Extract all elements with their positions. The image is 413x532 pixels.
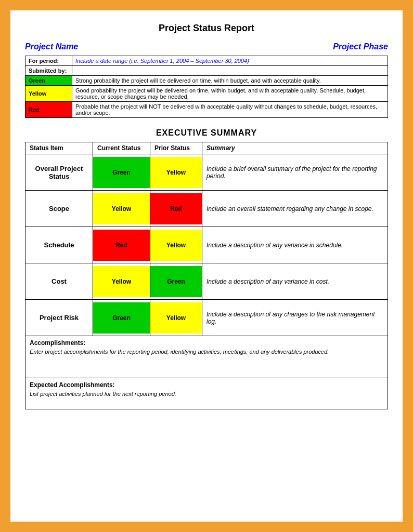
status-item-cell: Cost	[25, 263, 93, 300]
submitted-label: Submitted by:	[25, 66, 72, 76]
header-summary: Summary	[202, 142, 388, 154]
red-label: Red	[25, 102, 72, 118]
green-label: Green	[25, 76, 72, 86]
period-value: Include a date range (i.e. September 1, …	[72, 56, 388, 66]
expected-text: List project activities planned for the …	[30, 391, 383, 397]
accomplishments-title: Accomplishments:	[30, 339, 383, 347]
yellow-label: Yellow	[25, 86, 72, 102]
status-item-cell: Project Risk	[25, 300, 93, 336]
period-row: For period: Include a date range (i.e. S…	[25, 56, 388, 66]
exec-header-row: Status Item Current Status Prior Status …	[25, 142, 388, 154]
red-desc: Probable that the project will NOT be de…	[72, 102, 388, 118]
summary-cell: Include a description of any variance in…	[202, 263, 388, 300]
red-legend-row: Red Probable that the project will NOT b…	[25, 102, 388, 118]
current-status-cell: Red	[93, 227, 150, 263]
prior-status-cell: Yellow	[150, 300, 202, 336]
current-status-cell: Green	[93, 154, 150, 191]
prior-status-cell: Red	[150, 191, 202, 227]
green-legend-row: Green Strong probability the project wil…	[25, 76, 388, 86]
table-row: CostYellowGreenInclude a description of …	[25, 263, 388, 300]
status-item-cell: Schedule	[25, 227, 93, 263]
period-label: For period:	[25, 56, 72, 66]
yellow-desc: Good probability the project will be del…	[72, 86, 388, 102]
submitted-value	[72, 66, 388, 76]
submitted-row: Submitted by:	[25, 66, 388, 76]
green-desc: Strong probability the project will be d…	[72, 76, 388, 86]
page-title: Project Status Report	[25, 23, 388, 34]
table-row: Overall Project StatusGreenYellowInclude…	[25, 154, 388, 191]
status-item-cell: Overall Project Status	[25, 154, 93, 191]
project-name-label: Project Name	[25, 42, 78, 51]
prior-status-cell: Yellow	[150, 154, 202, 191]
summary-cell: Include an overall statement regarding a…	[202, 191, 388, 227]
expected-accomplishments-section: Expected Accomplishments: List project a…	[25, 378, 388, 409]
current-status-cell: Yellow	[93, 191, 150, 227]
executive-summary-title: EXECUTIVE SUMMARY	[25, 128, 388, 138]
current-status-cell: Yellow	[93, 263, 150, 300]
current-status-cell: Green	[93, 300, 150, 336]
summary-cell: Include a description of any variance in…	[202, 227, 388, 263]
expected-title: Expected Accomplishments:	[30, 381, 383, 389]
table-row: Project RiskGreenYellowInclude a descrip…	[25, 300, 388, 336]
prior-status-cell: Yellow	[150, 227, 202, 263]
page: Project Status Report Project Name Proje…	[10, 10, 403, 522]
accomplishments-text: Enter project accomplishments for the re…	[30, 349, 383, 375]
header-row: Project Name Project Phase	[25, 42, 388, 51]
summary-cell: Include a brief overall summary of the p…	[202, 154, 388, 191]
exec-table: Status Item Current Status Prior Status …	[25, 142, 388, 336]
accomplishments-section: Accomplishments: Enter project accomplis…	[25, 336, 388, 378]
table-row: ScopeYellowRedInclude an overall stateme…	[25, 191, 388, 227]
info-table: For period: Include a date range (i.e. S…	[25, 56, 388, 118]
yellow-legend-row: Yellow Good probability the project will…	[25, 86, 388, 102]
prior-status-cell: Green	[150, 263, 202, 300]
header-status-item: Status Item	[25, 142, 93, 154]
status-item-cell: Scope	[25, 191, 93, 227]
project-phase-label: Project Phase	[333, 42, 388, 51]
summary-cell: Include a description of any changes to …	[202, 300, 388, 336]
header-current-status: Current Status	[93, 142, 150, 154]
header-prior-status: Prior Status	[150, 142, 202, 154]
table-row: ScheduleRedYellowInclude a description o…	[25, 227, 388, 263]
